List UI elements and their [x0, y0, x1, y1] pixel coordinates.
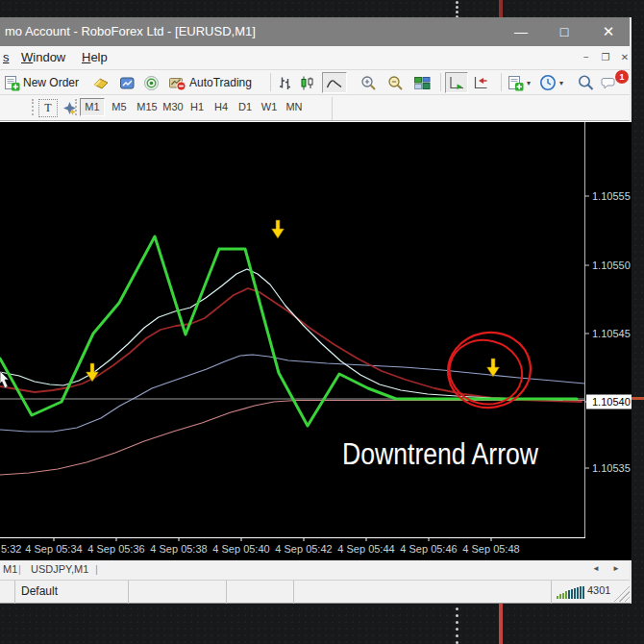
- menu-item-window[interactable]: Window: [21, 50, 65, 64]
- menu-item-help[interactable]: Help: [82, 50, 108, 64]
- time-label: 5:32: [1, 543, 21, 555]
- bar-chart-button[interactable]: [277, 72, 293, 93]
- toolbar-drag-handle[interactable]: [32, 99, 34, 115]
- status-separator: [14, 581, 15, 604]
- status-traffic: 4301: [587, 584, 610, 596]
- dropdown-caret-icon: ▾: [559, 79, 563, 87]
- timeframe-m1[interactable]: M1: [80, 98, 105, 116]
- new-order-button[interactable]: New Order: [4, 72, 79, 93]
- connection-bars-icon: [557, 585, 584, 599]
- current-price-label: 1.10540: [592, 396, 631, 408]
- timeframe-d1[interactable]: D1: [235, 98, 256, 116]
- timeframe-h1[interactable]: H1: [186, 98, 208, 116]
- time-label: 4 Sep 05:48: [462, 543, 519, 555]
- time-label: 4 Sep 05:46: [400, 543, 457, 555]
- time-label: 4 Sep 05:40: [212, 543, 269, 555]
- status-profile: Default: [21, 584, 58, 598]
- zoom-in-button[interactable]: [360, 72, 378, 93]
- status-separator: [551, 581, 552, 604]
- zoom-out-icon: [387, 75, 405, 91]
- minimize-button[interactable]: —: [505, 17, 537, 46]
- background-red-dash: [632, 397, 644, 400]
- chart-svg: 1.105551.105501.105451.105401.105355:324…: [0, 122, 632, 560]
- background-red-marker-bottom: [499, 604, 503, 644]
- chart-shift-button[interactable]: [472, 72, 489, 93]
- screen: mo Account - RoboForex Ltd - [EURUSD,M1]…: [0, 0, 644, 644]
- search-icon: [577, 74, 595, 91]
- auto-scroll-button[interactable]: [445, 72, 468, 93]
- toolbar-separator: [501, 73, 502, 91]
- toolbar-separator: [440, 73, 441, 91]
- chart-canvas[interactable]: 1.105551.105501.105451.105401.105355:324…: [0, 121, 632, 560]
- time-label: 4 Sep 05:34: [25, 543, 82, 555]
- market-watch-button[interactable]: [92, 72, 110, 93]
- tab-eurusd-m1[interactable]: M1: [3, 563, 17, 575]
- auto-scroll-icon: [448, 75, 465, 91]
- toolbar-drag-handle[interactable]: [75, 99, 77, 115]
- timeframe-m30[interactable]: M30: [160, 98, 186, 116]
- maximize-button[interactable]: □: [548, 17, 581, 46]
- clock-icon: [539, 74, 557, 91]
- tile-windows-button[interactable]: [413, 72, 432, 93]
- zoom-in-icon: [360, 75, 378, 91]
- toolbar-periods: T ▾ M1 M5 M15 M30 H1 H4 D1 W1 MN: [0, 95, 630, 121]
- period-button[interactable]: ▾: [539, 72, 563, 93]
- timeframe-w1[interactable]: W1: [259, 98, 280, 116]
- notification-badge: 1: [615, 70, 629, 84]
- down-arrow-marker: [487, 359, 500, 377]
- mdi-minimize-button[interactable]: −: [578, 50, 595, 65]
- timeframe-m5[interactable]: M5: [108, 98, 131, 116]
- menu-bar: s Window Help − ❐ ✕: [0, 46, 630, 70]
- gold-tag-icon: [92, 75, 110, 91]
- price-label: 1.10545: [592, 328, 631, 339]
- line-chart-button[interactable]: [322, 72, 347, 93]
- title-bar: mo Account - RoboForex Ltd - [EURUSD,M1]…: [0, 17, 630, 46]
- tab-usdjpy-m1[interactable]: USDJPY,M1: [31, 563, 88, 575]
- time-label: 4 Sep 05:36: [87, 543, 144, 555]
- status-separator: [293, 581, 294, 604]
- signal-button[interactable]: [143, 72, 160, 93]
- ohlc-bars-icon: [277, 75, 293, 91]
- menu-item-truncated[interactable]: s: [3, 50, 10, 64]
- window-resize-grip[interactable]: [612, 582, 630, 602]
- toolbar-separator: [270, 73, 271, 91]
- autotrading-button[interactable]: AutoTrading: [168, 72, 252, 93]
- candlestick-button[interactable]: [299, 72, 315, 93]
- tab-scroll-right-button[interactable]: ►: [612, 564, 620, 573]
- tab-separator: |: [95, 563, 98, 575]
- tile-windows-icon: [413, 75, 432, 91]
- down-arrow-marker: [87, 363, 99, 382]
- new-order-icon: [4, 75, 20, 91]
- mdi-close-button[interactable]: ✕: [616, 50, 633, 65]
- background-dots-bottom: [456, 606, 458, 644]
- close-button[interactable]: ✕: [592, 17, 625, 46]
- toolbar-separator: [332, 97, 333, 120]
- notifications-button[interactable]: 1: [600, 72, 618, 93]
- chart-shift-icon: [472, 75, 489, 91]
- window-title: mo Account - RoboForex Ltd - [EURUSD,M1]: [5, 24, 256, 38]
- time-label: 4 Sep 05:42: [275, 543, 332, 555]
- mdi-restore-button[interactable]: ❐: [597, 50, 614, 65]
- time-label: 4 Sep 05:38: [150, 543, 207, 555]
- candles-icon: [299, 75, 315, 91]
- timeframe-h4[interactable]: H4: [211, 98, 232, 116]
- tab-scroll-left-button[interactable]: ◄: [592, 564, 600, 573]
- timeframe-m15[interactable]: M15: [134, 98, 161, 116]
- search-button[interactable]: [577, 72, 595, 93]
- background-dots-top: [456, 0, 458, 17]
- new-chart-button[interactable]: ▾: [508, 72, 531, 93]
- chart-window-button[interactable]: [119, 72, 136, 93]
- text-label-tool-button[interactable]: T: [38, 99, 58, 117]
- dropdown-caret-icon: ▾: [527, 79, 531, 87]
- price-label: 1.10535: [592, 462, 631, 474]
- zoom-out-button[interactable]: [387, 72, 405, 93]
- new-chart-icon: [508, 75, 524, 91]
- tab-separator: |: [18, 563, 21, 575]
- new-order-label: New Order: [23, 76, 79, 89]
- time-label: 4 Sep 05:44: [337, 543, 394, 555]
- autotrading-icon: [168, 75, 186, 91]
- autotrading-label: AutoTrading: [189, 76, 252, 89]
- timeframe-mn[interactable]: MN: [283, 98, 306, 116]
- line-chart-icon: [326, 75, 343, 90]
- down-arrow-marker: [272, 220, 285, 238]
